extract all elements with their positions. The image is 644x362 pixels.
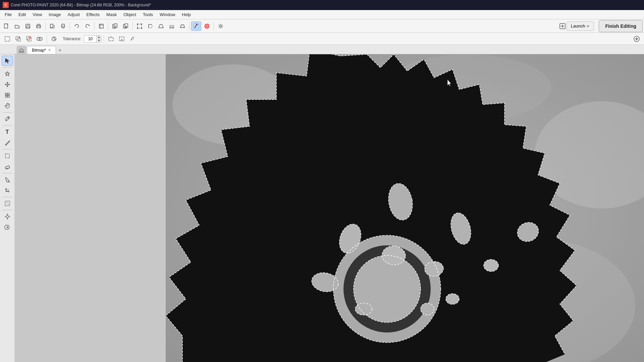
- menu-view[interactable]: View: [29, 11, 45, 18]
- move-tool-btn[interactable]: [2, 79, 13, 89]
- tolerance-spinner: ▲ ▼: [96, 36, 101, 42]
- page-insert-btn[interactable]: [110, 21, 120, 31]
- svg-rect-29: [17, 38, 20, 41]
- settings-btn[interactable]: [216, 21, 226, 31]
- gear-svg: .marching-ants { stroke: white; stroke-w…: [166, 54, 644, 362]
- menu-help[interactable]: Help: [178, 11, 194, 18]
- svg-rect-14: [138, 24, 142, 28]
- svg-point-23: [196, 24, 198, 25]
- menu-mask[interactable]: Mask: [103, 11, 120, 18]
- svg-rect-27: [5, 37, 10, 41]
- tolerance-down-btn[interactable]: ▼: [96, 39, 101, 42]
- export-btn[interactable]: [58, 21, 68, 31]
- cancel-mask-btn[interactable]: [202, 21, 212, 31]
- undo-btn[interactable]: [72, 21, 82, 31]
- menu-bar: File Edit View Image Adjust Effects Mask…: [0, 10, 644, 19]
- transparency-tool-btn[interactable]: [2, 198, 13, 208]
- tab-bar: Bitmap* ✕ +: [0, 45, 644, 54]
- print-btn[interactable]: [34, 21, 44, 31]
- flood-fill-tool-btn[interactable]: [2, 222, 13, 232]
- transform-tool-btn[interactable]: [2, 90, 13, 100]
- fill-tool-btn[interactable]: [2, 175, 13, 185]
- bitmap-tab-label: Bitmap*: [32, 48, 46, 53]
- feather-btn[interactable]: [128, 35, 137, 43]
- canvas-area[interactable]: .marching-ants { stroke: white; stroke-w…: [15, 54, 644, 362]
- mask-rect-tool-btn[interactable]: [2, 151, 13, 161]
- svg-point-18: [141, 27, 142, 29]
- finish-editing-btn[interactable]: Finish Editing: [599, 20, 643, 32]
- mask-option2-btn[interactable]: [117, 35, 126, 43]
- svg-rect-28: [16, 37, 19, 40]
- svg-rect-48: [5, 201, 7, 203]
- secondary-toolbar: Tolerance: 10 ▲ ▼: [0, 33, 644, 45]
- tolerance-input-wrap: 10 ▲ ▼: [84, 35, 101, 43]
- menu-edit[interactable]: Edit: [15, 11, 29, 18]
- svg-point-17: [137, 27, 138, 29]
- intersect-selection-btn[interactable]: [35, 35, 44, 43]
- svg-rect-44: [5, 154, 9, 158]
- new-btn[interactable]: [1, 21, 11, 31]
- svg-line-37: [54, 39, 56, 40]
- magic-wand-toolbar-btn[interactable]: [191, 21, 201, 31]
- svg-rect-7: [50, 24, 53, 27]
- menu-effects[interactable]: Effects: [83, 11, 103, 18]
- menu-tools[interactable]: Tools: [140, 11, 156, 18]
- transform-obj-btn[interactable]: [135, 21, 145, 31]
- redo-btn[interactable]: [83, 21, 93, 31]
- svg-rect-49: [7, 203, 10, 206]
- svg-point-21: [184, 27, 185, 28]
- menu-file[interactable]: File: [1, 11, 15, 18]
- svg-rect-45: [5, 166, 10, 169]
- tolerance-up-btn[interactable]: ▲: [96, 36, 101, 39]
- crop-tool-btn[interactable]: [2, 185, 13, 195]
- tolerance-input[interactable]: 10: [84, 37, 96, 41]
- svg-rect-31: [28, 38, 31, 41]
- perspective-btn[interactable]: [156, 21, 166, 31]
- bitmap-canvas: .marching-ants { stroke: white; stroke-w…: [166, 54, 644, 362]
- eraser-tool-btn[interactable]: [2, 162, 13, 172]
- crop-page-btn[interactable]: [96, 21, 106, 31]
- add-tab-btn[interactable]: +: [56, 47, 64, 54]
- svg-point-25: [220, 25, 222, 27]
- title-bar: C Corel PHOTO-PAINT 2020 (64-Bit) - Bitm…: [0, 0, 644, 10]
- free-transform-btn[interactable]: [145, 21, 155, 31]
- new-selection-btn[interactable]: [3, 35, 12, 43]
- app-icon: C: [3, 2, 9, 8]
- add-btn[interactable]: [632, 35, 641, 43]
- bitmap-tab[interactable]: Bitmap* ✕: [27, 46, 56, 54]
- smart-select-tool-btn[interactable]: [2, 69, 13, 79]
- menu-image[interactable]: Image: [45, 11, 64, 18]
- svg-point-15: [137, 23, 138, 25]
- mask-option1-btn[interactable]: [106, 35, 116, 43]
- distort-btn[interactable]: [177, 21, 187, 31]
- pan-tool-btn[interactable]: [2, 101, 13, 111]
- home-tab[interactable]: [17, 46, 26, 54]
- envelope-btn[interactable]: [167, 21, 177, 31]
- launch-btn[interactable]: Launch: [567, 21, 594, 31]
- tolerance-dropper-btn[interactable]: [49, 35, 59, 43]
- pen-tool-btn[interactable]: [2, 212, 13, 222]
- title-text: Corel PHOTO-PAINT 2020 (64-Bit) - Bitmap…: [11, 3, 151, 7]
- svg-rect-8: [62, 24, 64, 27]
- menu-object[interactable]: Object: [120, 11, 140, 18]
- pointer-tool-btn[interactable]: [2, 56, 13, 66]
- page-delete-btn[interactable]: [121, 21, 131, 31]
- main-toolbar: Launch Finish Editing: [0, 19, 644, 33]
- svg-rect-38: [109, 38, 113, 41]
- bitmap-tab-close[interactable]: ✕: [48, 48, 51, 52]
- svg-point-34: [39, 37, 42, 41]
- save-btn[interactable]: [23, 21, 33, 31]
- text-tool-btn[interactable]: T: [2, 127, 13, 137]
- svg-point-20: [180, 27, 181, 28]
- add-selection-btn[interactable]: [13, 35, 23, 43]
- svg-rect-6: [37, 26, 40, 28]
- tolerance-label: Tolerance:: [63, 37, 81, 41]
- menu-window[interactable]: Window: [156, 11, 178, 18]
- open-btn[interactable]: [12, 21, 22, 31]
- subtract-selection-btn[interactable]: [24, 35, 34, 43]
- eyedropper-tool-btn[interactable]: [2, 114, 13, 124]
- menu-adjust[interactable]: Adjust: [64, 11, 83, 18]
- import-btn[interactable]: [47, 21, 57, 31]
- paint-tool-btn[interactable]: [2, 138, 13, 148]
- launch-icon: [559, 23, 566, 29]
